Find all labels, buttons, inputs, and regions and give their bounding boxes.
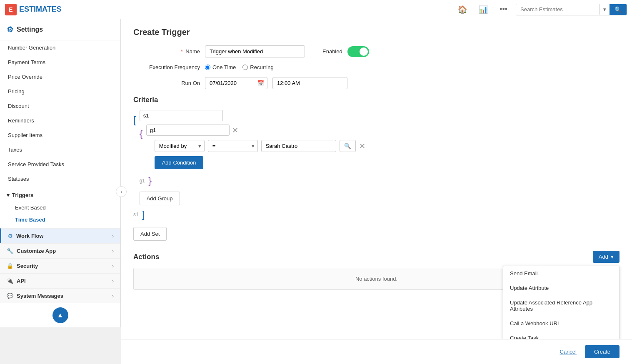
workflow-icon: ⚙ bbox=[8, 233, 13, 239]
remove-group-button[interactable]: ✕ bbox=[232, 126, 238, 135]
more-button[interactable]: ••• bbox=[496, 3, 511, 15]
criteria-title: Criteria bbox=[133, 96, 620, 104]
calendar-icon[interactable]: 📅 bbox=[257, 80, 264, 86]
logo-icon: E bbox=[5, 4, 17, 15]
sidebar-section-customize-app[interactable]: 🔧 Customize App › bbox=[0, 243, 120, 258]
condition-operator-wrapper: = ▾ bbox=[208, 140, 258, 152]
customize-chevron-icon: › bbox=[112, 248, 114, 254]
sidebar-item-number-generation[interactable]: Number Generation bbox=[0, 40, 120, 55]
add-set-button[interactable]: Add Set bbox=[133, 227, 167, 241]
app-title: ESTIMATES bbox=[19, 5, 62, 14]
api-label: API bbox=[17, 278, 26, 284]
sidebar-item-service-provided-tasks[interactable]: Service Provided Tasks bbox=[0, 157, 120, 172]
no-actions-text: No actions found. bbox=[355, 276, 397, 282]
add-action-button[interactable]: Add ▾ bbox=[593, 251, 620, 263]
sidebar-item-pricing[interactable]: Pricing bbox=[0, 84, 120, 99]
api-icon: 🔌 bbox=[7, 278, 13, 284]
set-close-label: s1 bbox=[133, 212, 139, 217]
messages-chevron-icon: › bbox=[112, 293, 114, 299]
sidebar-item-payment-terms[interactable]: Payment Terms bbox=[0, 55, 120, 70]
action-call-webhook[interactable]: Call a Webhook URL bbox=[503, 316, 619, 331]
action-create-task[interactable]: Create Task bbox=[503, 331, 619, 339]
page-footer: Cancel Create bbox=[121, 339, 632, 364]
set-inner: { ✕ bbox=[140, 110, 620, 205]
customize-icon: 🔧 bbox=[7, 248, 13, 254]
app-logo: E ESTIMATES bbox=[5, 4, 62, 15]
execution-frequency-label: Execution Frequency bbox=[133, 64, 200, 70]
recurring-option[interactable]: Recurring bbox=[242, 64, 273, 70]
condition-operator-select[interactable]: = bbox=[208, 140, 258, 152]
name-input[interactable] bbox=[205, 45, 305, 57]
group-inner: ✕ Modified by ▾ bbox=[146, 125, 620, 173]
name-row: * Name Enabled bbox=[133, 45, 620, 57]
set-bracket-close: ] bbox=[142, 209, 145, 220]
group-bracket-open: { bbox=[140, 125, 143, 140]
security-icon: 🔒 bbox=[7, 263, 13, 269]
sidebar-item-price-override[interactable]: Price Override bbox=[0, 70, 120, 84]
action-send-email[interactable]: Send Email bbox=[503, 266, 619, 281]
triggers-header[interactable]: ▾ Triggers bbox=[7, 189, 114, 202]
required-star: * bbox=[181, 48, 183, 55]
one-time-option[interactable]: One Time bbox=[205, 64, 236, 70]
messages-label: System Messages bbox=[17, 293, 63, 299]
time-input[interactable] bbox=[272, 77, 347, 89]
group-close-label: g1 bbox=[140, 178, 145, 184]
sidebar-section-api[interactable]: 🔌 API › bbox=[0, 273, 120, 288]
condition-field-select[interactable]: Modified by bbox=[155, 140, 205, 152]
sidebar-item-taxes[interactable]: Taxes bbox=[0, 142, 120, 157]
home-button[interactable]: 🏠 bbox=[455, 3, 470, 16]
security-label: Security bbox=[17, 263, 38, 269]
criteria-body: [ { bbox=[133, 110, 620, 205]
triggers-section: ▾ Triggers Event Based Time Based bbox=[0, 186, 120, 228]
condition-field-wrapper: Modified by ▾ bbox=[155, 140, 205, 152]
customize-label: Customize App bbox=[17, 248, 56, 254]
one-time-radio[interactable] bbox=[205, 65, 210, 70]
actions-section: Actions Add ▾ Send Email Update Attribut… bbox=[133, 251, 620, 290]
sidebar-section-system-messages[interactable]: 💬 System Messages › bbox=[0, 288, 120, 303]
actions-add-wrapper: Add ▾ Send Email Update Attribute Update… bbox=[593, 251, 620, 263]
page-title: Create Trigger bbox=[133, 27, 620, 37]
chart-button[interactable]: 📊 bbox=[475, 3, 491, 16]
action-update-associated[interactable]: Update Associated Reference App Attribut… bbox=[503, 295, 619, 316]
search-submit-button[interactable]: 🔍 bbox=[610, 4, 627, 15]
security-chevron-icon: › bbox=[112, 263, 114, 269]
enabled-toggle[interactable] bbox=[347, 46, 369, 57]
collapse-sidebar-button[interactable]: ‹ bbox=[116, 186, 127, 197]
cancel-button[interactable]: Cancel bbox=[556, 345, 581, 358]
actions-dropdown-menu: Send Email Update Attribute Update Assoc… bbox=[503, 266, 620, 339]
actions-header: Actions Add ▾ Send Email Update Attribut… bbox=[133, 251, 620, 263]
sidebar-section-workflow[interactable]: ⚙ Work Flow › bbox=[0, 228, 120, 243]
remove-condition-button[interactable]: ✕ bbox=[359, 142, 365, 151]
action-update-attribute[interactable]: Update Attribute bbox=[503, 281, 619, 295]
sidebar-section-security[interactable]: 🔒 Security › bbox=[0, 258, 120, 273]
sidebar-item-event-based[interactable]: Event Based bbox=[7, 202, 114, 214]
group-close-row: g1 } bbox=[140, 175, 620, 187]
recurring-radio[interactable] bbox=[242, 65, 248, 70]
sidebar-item-statuses[interactable]: Statuses bbox=[0, 172, 120, 186]
scroll-top-button[interactable]: ▲ bbox=[52, 307, 68, 323]
sidebar-item-time-based[interactable]: Time Based bbox=[7, 214, 114, 226]
run-on-label: Run On bbox=[133, 80, 200, 86]
set-name-row bbox=[140, 110, 620, 121]
set-name-input[interactable] bbox=[140, 110, 223, 121]
layout: ⚙ Settings Number Generation Payment Ter… bbox=[0, 19, 632, 364]
sidebar-item-reminders[interactable]: Reminders bbox=[0, 113, 120, 128]
group-name-input[interactable] bbox=[146, 125, 230, 136]
search-container: ▾ 🔍 bbox=[516, 4, 627, 15]
settings-gear-icon: ⚙ bbox=[7, 25, 13, 34]
enabled-label: Enabled bbox=[322, 48, 342, 55]
settings-label: Settings bbox=[17, 26, 43, 33]
messages-icon: 💬 bbox=[7, 293, 13, 299]
criteria-section: Criteria [ { bbox=[133, 96, 620, 241]
condition-search-button[interactable]: 🔍 bbox=[340, 140, 356, 152]
main-content: Create Trigger * Name Enabled Execution … bbox=[121, 19, 632, 339]
sidebar-item-discount[interactable]: Discount bbox=[0, 99, 120, 113]
search-dropdown-button[interactable]: ▾ bbox=[600, 4, 610, 15]
condition-value-input[interactable] bbox=[261, 140, 336, 152]
add-condition-button[interactable]: Add Condition bbox=[155, 156, 204, 169]
search-input[interactable] bbox=[516, 4, 600, 15]
frequency-radio-group: One Time Recurring bbox=[205, 64, 274, 70]
sidebar-item-supplier-items[interactable]: Supplier Items bbox=[0, 128, 120, 142]
create-button[interactable]: Create bbox=[585, 345, 620, 358]
add-group-button[interactable]: Add Group bbox=[140, 192, 180, 205]
